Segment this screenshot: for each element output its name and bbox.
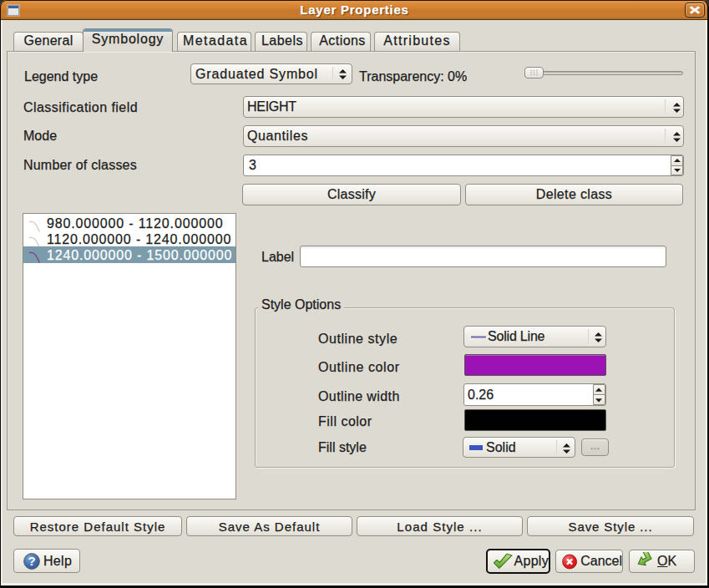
svg-text:?: ? bbox=[28, 554, 35, 568]
